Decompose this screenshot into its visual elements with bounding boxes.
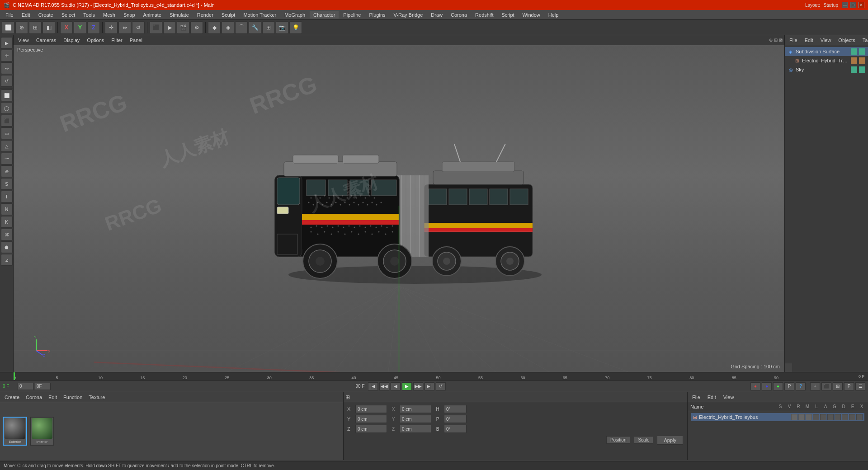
rp-edit[interactable]: Edit <box>802 37 816 43</box>
trolleybus-vis2[interactable] <box>859 57 865 64</box>
left-tool-rotate[interactable]: ↺ <box>1 75 13 87</box>
tool-render-picture[interactable]: 🎬 <box>177 21 189 34</box>
left-tool-knife[interactable]: K <box>1 216 13 228</box>
prop-col-v-check[interactable] <box>798 414 805 420</box>
menu-corona[interactable]: Corona <box>447 11 471 19</box>
trolleybus-vis[interactable] <box>851 57 857 64</box>
rp-file[interactable]: File <box>787 37 800 43</box>
menu-edit[interactable]: Edit <box>18 11 34 19</box>
menu-simulate[interactable]: Simulate <box>166 11 193 19</box>
rp-objects[interactable]: Objects <box>835 37 858 43</box>
left-tool-sphere[interactable]: ◯ <box>1 102 13 114</box>
subdivision-surface-vis2[interactable] <box>859 48 865 55</box>
maximize-button[interactable]: □ <box>850 2 856 8</box>
left-tool-scale[interactable]: ⇔ <box>1 62 13 74</box>
left-tool-select[interactable]: ▶ <box>1 37 13 49</box>
tool-move[interactable]: ✛ <box>105 21 118 34</box>
tool-deform[interactable]: ◈ <box>222 21 234 34</box>
prop-col-x-check[interactable] <box>856 414 863 420</box>
left-tool-magnet[interactable]: ⊿ <box>1 254 13 266</box>
coord-z-rot[interactable] <box>400 425 431 433</box>
tool-rotate[interactable]: ↺ <box>132 21 145 34</box>
menu-character[interactable]: Character <box>310 11 339 19</box>
vp-btn-view[interactable]: View <box>15 37 32 43</box>
tool-nurbs[interactable]: 🔧 <box>249 21 261 34</box>
menu-draw[interactable]: Draw <box>427 11 446 19</box>
prop-col-a-check[interactable] <box>827 414 834 420</box>
tool-z-axis[interactable]: Z <box>87 21 100 34</box>
left-tool-boole[interactable]: S <box>1 178 13 190</box>
menu-tools[interactable]: Tools <box>80 11 99 19</box>
apply-button[interactable]: Apply <box>657 436 683 445</box>
sky-vis2[interactable] <box>859 66 865 73</box>
tool-camera[interactable]: 📷 <box>276 21 288 34</box>
btn-timeline-settings[interactable]: ⊞ <box>833 382 843 390</box>
left-tool-cube[interactable]: ⬜ <box>1 89 13 101</box>
menu-script[interactable]: Script <box>498 11 518 19</box>
btn-go-end[interactable]: ▶| <box>425 382 434 390</box>
left-tool-text[interactable]: T <box>1 191 13 202</box>
coord-x-rot[interactable] <box>400 405 431 413</box>
obj-sky[interactable]: ◎ Sky <box>785 65 868 74</box>
mode-polys[interactable]: ◧ <box>42 21 55 34</box>
tool-render-settings[interactable]: ⚙ <box>190 21 203 34</box>
btn-prev-key[interactable]: ◀◀ <box>379 382 389 390</box>
prop-col-r-check[interactable] <box>806 414 812 420</box>
left-tool-plane[interactable]: ▭ <box>1 127 13 139</box>
material-slot-interior[interactable]: Interior <box>30 417 54 446</box>
vp-btn-cameras[interactable]: Cameras <box>33 37 59 43</box>
vp-btn-options[interactable]: Options <box>84 37 107 43</box>
minimize-button[interactable]: — <box>842 2 848 8</box>
coord-x-pos[interactable] <box>355 405 387 413</box>
props-edit[interactable]: Edit <box>705 394 719 400</box>
tool-scale[interactable]: ⇔ <box>118 21 131 34</box>
vp-btn-display[interactable]: Display <box>61 37 82 43</box>
btn-auto-key[interactable]: P <box>784 382 794 390</box>
props-file[interactable]: File <box>689 394 703 400</box>
btn-record-rot[interactable]: ● <box>762 382 772 390</box>
mat-texture[interactable]: Texture <box>86 394 108 400</box>
sky-vis[interactable] <box>851 66 857 73</box>
tool-array[interactable]: ⊞ <box>262 21 275 34</box>
mat-edit[interactable]: Edit <box>46 394 60 400</box>
selected-object-row[interactable]: ⊞ Electric_Hybrid_Trolleybus <box>691 413 864 421</box>
coord-b-val[interactable] <box>444 425 467 433</box>
menu-mesh[interactable]: Mesh <box>99 11 119 19</box>
coord-h-val[interactable] <box>444 405 467 413</box>
coord-z-pos[interactable] <box>355 425 387 433</box>
btn-go-start[interactable]: |◀ <box>368 382 378 390</box>
mat-corona[interactable]: Corona <box>23 394 45 400</box>
mode-model[interactable]: ⬜ <box>2 21 14 34</box>
menu-vray-bridge[interactable]: V-Ray Bridge <box>390 11 427 19</box>
coord-y-rot[interactable] <box>400 415 431 423</box>
btn-preview[interactable]: P <box>844 382 854 390</box>
menu-mograph[interactable]: MoGraph <box>281 11 309 19</box>
prop-col-m-check[interactable] <box>813 414 819 420</box>
prop-col-d-check[interactable] <box>842 414 848 420</box>
vp-btn-panel[interactable]: Panel <box>127 37 145 43</box>
menu-animate[interactable]: Animate <box>140 11 165 19</box>
btn-record-pos[interactable]: ● <box>750 382 760 390</box>
menu-sculpt[interactable]: Sculpt <box>218 11 239 19</box>
tool-add-obj[interactable]: ◆ <box>208 21 221 34</box>
tool-light[interactable]: 💡 <box>289 21 302 34</box>
obj-subdivision-surface[interactable]: ◈ Subdivision Surface <box>785 47 868 56</box>
left-tool-move[interactable]: ✛ <box>1 50 13 61</box>
rp-view[interactable]: View <box>818 37 834 43</box>
btn-next-key[interactable]: ▶▶ <box>413 382 423 390</box>
prop-col-g-check[interactable] <box>835 414 841 420</box>
viewport[interactable]: RRCG 人人素材 RRCG RRCG 人人素材 X Y Z Perspecti… <box>14 45 784 372</box>
rp-tags[interactable]: Tags <box>860 37 868 43</box>
coord-p-val[interactable] <box>444 415 467 423</box>
btn-key-settings[interactable]: ⬛ <box>821 382 831 390</box>
menu-create[interactable]: Create <box>35 11 57 19</box>
menu-select[interactable]: Select <box>58 11 79 19</box>
tool-y-axis[interactable]: Y <box>74 21 86 34</box>
left-tool-poly2[interactable]: ⬟ <box>1 241 13 253</box>
fps-input[interactable] <box>35 383 51 390</box>
coord-pos-tab[interactable]: Position <box>606 436 631 444</box>
left-tool-cone[interactable]: △ <box>1 140 13 152</box>
btn-play-back[interactable]: ◀ <box>391 382 401 390</box>
menu-render[interactable]: Render <box>193 11 217 19</box>
tool-x-axis[interactable]: X <box>60 21 73 34</box>
